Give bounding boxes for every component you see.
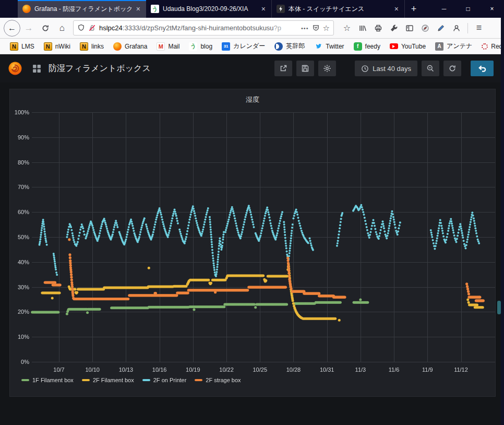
x-tick-label: 10/25 <box>247 367 273 373</box>
dashboard-settings-button[interactable] <box>318 61 336 76</box>
tabstrip-spacer <box>0 0 18 18</box>
library-button[interactable] <box>355 20 370 36</box>
dashboard-grid-icon[interactable] <box>32 64 41 73</box>
bookmark-item-6[interactable]: 31カレンダー <box>218 40 269 52</box>
star-badge-icon: ☆ <box>343 23 351 33</box>
bookmark-label: 英辞郎 <box>286 42 305 51</box>
legend-item-1[interactable]: 2F Filament box <box>82 377 134 383</box>
bookmark-item-8[interactable]: Twitter <box>310 41 347 52</box>
tab-close-icon[interactable]: × <box>260 5 267 13</box>
bookmark-item-5[interactable]: うblog <box>185 41 216 52</box>
legend-label: 2F strage box <box>206 377 241 383</box>
legend-label: 1F Filament box <box>32 377 74 383</box>
y-tick-label: 40% <box>10 259 29 265</box>
grafana-favicon-icon <box>113 42 122 51</box>
grafana-toolbar: Last 40 days <box>274 61 494 76</box>
maximize-button[interactable]: □ <box>456 0 480 18</box>
url-suffix: ?p <box>274 24 281 32</box>
bookmark-item-10[interactable]: YouTube <box>386 41 429 52</box>
account-icon <box>452 24 461 32</box>
refresh-icon <box>448 64 457 73</box>
x-tick-label: 10/28 <box>280 367 306 373</box>
tab-0[interactable]: Grafana - 防湿フィラメントボックス× <box>18 0 146 18</box>
eijiro-favicon-icon <box>274 42 283 51</box>
back-icon: ← <box>8 23 16 33</box>
bookmarks-bar: NLMSNnWikiNlinksGrafanaMMailうblog31カレンダー… <box>0 39 504 54</box>
n-favicon-icon: N <box>80 42 88 51</box>
zoom-out-button[interactable] <box>422 61 439 76</box>
tools-button[interactable] <box>386 20 402 36</box>
dashboard-content: 湿度 0%10%20%30%40%50%60%70%80%90%100% 10/… <box>0 82 501 425</box>
legend-item-2[interactable]: 2F on Printer <box>142 377 187 383</box>
cycle-view-button[interactable] <box>471 61 494 76</box>
bookmark-label: links <box>91 43 104 50</box>
n-favicon-icon: N <box>44 42 52 51</box>
recent-bookmarks-button[interactable]: ☆ <box>339 20 355 36</box>
browser-window: Grafana - 防湿フィラメントボックス×うUdauda Blog3/202… <box>0 0 504 425</box>
menu-button[interactable]: ≡ <box>471 20 487 36</box>
bookmark-item-0[interactable]: NLMS <box>6 41 38 52</box>
bookmark-item-11[interactable]: Aアンテナ <box>431 40 476 52</box>
y-tick-label: 50% <box>10 234 29 240</box>
bookmark-star-icon[interactable]: ☆ <box>323 23 330 33</box>
legend-item-0[interactable]: 1F Filament box <box>21 377 74 383</box>
bookmark-item-1[interactable]: NnWiki <box>40 41 74 52</box>
bookmark-label: YouTube <box>401 43 426 50</box>
bookmark-label: アンテナ <box>447 42 472 51</box>
bookmark-label: feedy <box>365 43 380 50</box>
bookmark-item-9[interactable]: ffeedy <box>350 41 384 52</box>
y-tick-label: 100% <box>10 109 29 115</box>
print-button[interactable] <box>370 20 386 36</box>
bookmark-label: カレンダー <box>233 42 265 51</box>
dashboard-title[interactable]: 防湿フィラメントボックス <box>49 63 151 74</box>
forward-button[interactable]: → <box>20 20 37 36</box>
clock-icon <box>361 65 369 73</box>
bolt-favicon-icon <box>277 5 285 13</box>
legend-item-3[interactable]: 2F strage box <box>195 377 241 383</box>
chart-canvas[interactable] <box>10 89 495 396</box>
time-range-picker[interactable]: Last 40 days <box>355 61 417 76</box>
library-icon <box>358 24 367 32</box>
home-button[interactable]: ⌂ <box>54 20 70 36</box>
legend-label: 2F on Printer <box>153 377 187 383</box>
save-dashboard-button[interactable] <box>296 61 314 76</box>
reload-button[interactable] <box>37 20 54 36</box>
time-range-label: Last 40 days <box>373 65 411 73</box>
minimize-button[interactable]: ─ <box>432 0 456 18</box>
edit-extension-button[interactable] <box>433 20 449 36</box>
tab-1[interactable]: うUdauda Blog3/2020-09-26/XIA× <box>146 0 272 18</box>
close-button[interactable]: × <box>480 0 504 18</box>
back-button[interactable]: ← <box>4 20 20 37</box>
gmail-favicon-icon: M <box>157 42 165 51</box>
legend-color-dash <box>195 379 202 381</box>
extension-compass-button[interactable] <box>417 20 433 36</box>
new-tab-button[interactable]: + <box>405 0 423 18</box>
tab-list: Grafana - 防湿フィラメントボックス×うUdauda Blog3/202… <box>18 0 405 18</box>
pocket-icon[interactable] <box>312 24 320 32</box>
page-actions-more-icon[interactable]: ••• <box>301 25 309 31</box>
bookmark-item-4[interactable]: MMail <box>153 41 183 52</box>
bookmark-item-3[interactable]: Grafana <box>110 41 151 52</box>
grafana-logo-icon[interactable] <box>7 61 23 76</box>
url-bar[interactable]: hslpc24:3333/d/zpSny2tMz/fang-shi-huiram… <box>73 20 334 36</box>
x-tick-label: 11/12 <box>448 367 474 373</box>
share-dashboard-button[interactable] <box>274 61 292 76</box>
bookmark-item-12[interactable]: Redmine <box>478 41 504 52</box>
bookmark-item-2[interactable]: Nlinks <box>76 41 107 52</box>
account-button[interactable] <box>449 20 464 36</box>
tab-close-icon[interactable]: × <box>135 5 141 13</box>
blog-favicon-icon: う <box>151 5 159 13</box>
page-scrollbar-thumb[interactable] <box>497 301 501 314</box>
sidebar-toggle-button[interactable] <box>402 20 417 36</box>
bookmark-item-7[interactable]: 英辞郎 <box>271 40 308 52</box>
y-tick-label: 70% <box>10 184 29 190</box>
gear-icon <box>323 64 331 73</box>
refresh-button[interactable] <box>443 61 461 76</box>
blog-favicon-icon: う <box>189 42 197 51</box>
redmine-favicon-icon <box>482 43 488 50</box>
forward-icon: → <box>25 23 33 33</box>
bookmark-label: Twitter <box>326 43 344 50</box>
tab-2[interactable]: 本体 - スイッチサイエンス× <box>272 0 405 18</box>
tab-close-icon[interactable]: × <box>393 5 400 13</box>
x-tick-label: 10/19 <box>180 367 206 373</box>
